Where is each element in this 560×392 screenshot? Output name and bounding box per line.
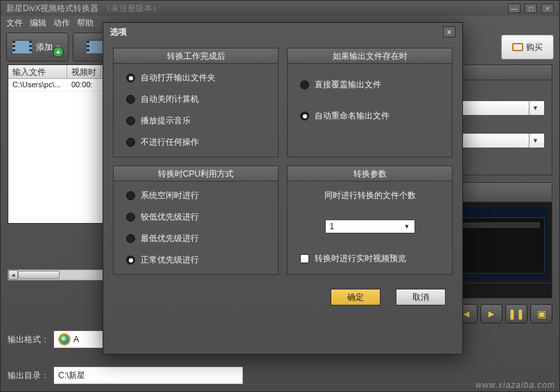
- section-params: 转换参数 同时进行转换的文件个数 1 ▼ 转换时进行实时视频预览: [287, 166, 453, 275]
- film-icon: [14, 39, 30, 55]
- cell-path: C:\Users\pc\...: [8, 79, 67, 91]
- radio-cpu-lower[interactable]: 较低优先级进行: [126, 211, 265, 223]
- menu-help[interactable]: 帮助: [77, 17, 94, 29]
- output-format-label: 输出格式：: [8, 334, 49, 346]
- section-header: 转换工作完成后: [114, 48, 278, 64]
- output-dir-input[interactable]: C:\新星: [53, 366, 243, 384]
- concurrent-label: 同时进行转换的文件个数: [300, 190, 439, 202]
- chevron-down-icon: ▼: [404, 223, 410, 230]
- options-dialog: 选项 × 转换工作完成后 自动打开输出文件夹 自动关闭计算机 播放提示音乐 不进…: [103, 22, 463, 355]
- output-dir-label: 输出目录：: [8, 370, 49, 382]
- col-duration[interactable]: 视频时: [67, 65, 101, 78]
- close-icon[interactable]: ×: [541, 3, 554, 13]
- col-input[interactable]: 输入文件: [8, 65, 67, 78]
- section-header: 转换时CPU利用方式: [114, 166, 278, 181]
- radio-overwrite[interactable]: 直接覆盖输出文件: [300, 79, 439, 91]
- plus-icon: +: [53, 46, 64, 57]
- radio-rename[interactable]: 自动重命名输出文件: [300, 110, 439, 122]
- radio-cpu-idle[interactable]: 系统空闲时进行: [126, 190, 265, 202]
- radio-open-folder[interactable]: 自动打开输出文件夹: [126, 72, 265, 84]
- close-icon[interactable]: ×: [443, 26, 455, 37]
- maximize-icon[interactable]: □: [525, 3, 537, 13]
- radio-play-sound[interactable]: 播放提示音乐: [126, 115, 265, 127]
- unregistered-label: （未注册版本）: [103, 3, 161, 15]
- add-label: 添加: [36, 42, 53, 53]
- menu-file[interactable]: 文件: [6, 17, 23, 29]
- cancel-button[interactable]: 取消: [396, 289, 446, 305]
- media-icon: [58, 333, 71, 346]
- section-header: 转换参数: [288, 166, 452, 181]
- radio-cpu-lowest[interactable]: 最低优先级进行: [126, 233, 265, 244]
- concurrent-value: 1: [330, 222, 335, 231]
- radio-shutdown[interactable]: 自动关闭计算机: [126, 93, 265, 105]
- scroll-thumb[interactable]: [18, 271, 60, 279]
- ok-button[interactable]: 确定: [331, 289, 380, 305]
- output-dir-value: C:\新星: [58, 370, 85, 382]
- radio-cpu-normal[interactable]: 正常优先级进行: [126, 254, 265, 266]
- radio-do-nothing[interactable]: 不进行任何操作: [126, 136, 265, 148]
- section-header: 如果输出文件存在时: [288, 48, 452, 64]
- add-file-button[interactable]: + 添加 ▼: [6, 33, 69, 62]
- cart-icon: [512, 43, 523, 51]
- dialog-title: 选项: [110, 26, 127, 38]
- menu-action[interactable]: 动作: [53, 17, 70, 29]
- output-format-value: A: [73, 335, 79, 344]
- eject-button[interactable]: ▣: [530, 304, 552, 323]
- watermark: www.xiazaiba.com: [475, 380, 555, 390]
- next-button[interactable]: ❚❚: [505, 304, 527, 323]
- section-after-convert: 转换工作完成后 自动打开输出文件夹 自动关闭计算机 播放提示音乐 不进行任何操作: [113, 48, 279, 157]
- play-button[interactable]: ►: [480, 304, 502, 323]
- section-if-exists: 如果输出文件存在时 直接覆盖输出文件 自动重命名输出文件: [287, 48, 453, 157]
- chevron-down-icon: ▼: [529, 134, 541, 148]
- checkbox-realtime-preview[interactable]: 转换时进行实时视频预览: [300, 253, 439, 265]
- menu-edit[interactable]: 编辑: [30, 17, 46, 29]
- concurrent-select[interactable]: 1 ▼: [325, 220, 415, 233]
- app-title: 新星DivX视频格式转换器: [6, 3, 98, 15]
- buy-button[interactable]: 购买: [501, 35, 554, 60]
- cell-time: 00:00:: [67, 79, 98, 91]
- section-cpu: 转换时CPU利用方式 系统空闲时进行 较低优先级进行 最低优先级进行 正常优先级…: [113, 166, 279, 275]
- scroll-left-icon[interactable]: ◄: [8, 270, 18, 280]
- minimize-icon[interactable]: —: [508, 3, 520, 13]
- buy-label: 购买: [526, 42, 543, 53]
- chevron-down-icon: ▼: [529, 101, 541, 115]
- titlebar: 新星DivX视频格式转换器 （未注册版本） — □ ×: [1, 1, 559, 16]
